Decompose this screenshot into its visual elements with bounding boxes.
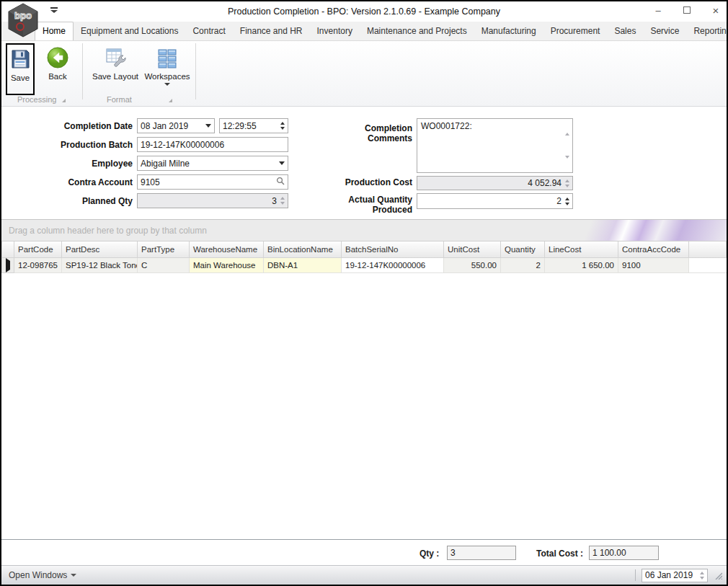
table-row[interactable]: 12-098765 SP19-12 Black Toner C Main War… [2, 257, 727, 272]
status-bar: Open Windows 06 Jan 2019 [1, 565, 727, 585]
tab-reporting[interactable]: Reporting [686, 22, 728, 40]
parts-table: PartCode PartDesc PartType WarehouseName… [1, 241, 727, 273]
maximize-icon [683, 6, 691, 14]
current-row-arrow-icon [6, 258, 10, 272]
menu-bar: Home Equipment and Locations Contract Fi… [1, 22, 727, 41]
col-unitcost[interactable]: UnitCost [444, 241, 501, 257]
employee-dropdown-icon[interactable] [279, 161, 285, 165]
statusbar-date-input[interactable]: 06 Jan 2019 [642, 569, 708, 582]
save-layout-icon [104, 46, 127, 69]
ribbon-group-separator [82, 43, 83, 99]
actual-quantity-label: Actual Quantity Produced [319, 195, 412, 215]
svg-text:bpo: bpo [14, 10, 32, 21]
production-batch-input[interactable]: 19-12-147K00000006 [137, 137, 288, 152]
open-windows-dropdown[interactable]: Open Windows [1, 570, 76, 580]
completion-comments-label: Completion Comments [319, 123, 412, 143]
bpo-logo: bpo [6, 3, 40, 37]
cell-batchserialno[interactable]: 19-12-147K00000006 [342, 257, 444, 272]
workspaces-button[interactable]: Workspaces [143, 43, 192, 94]
group-by-hint: Drag a column header here to group by th… [9, 226, 207, 236]
production-cost-input: 4 052.94 [417, 176, 573, 190]
save-layout-button[interactable]: Save Layout [91, 43, 140, 94]
group-processing-label: Processing [17, 95, 56, 104]
tab-inventory[interactable]: Inventory [310, 22, 360, 40]
close-button[interactable]: × [711, 6, 721, 16]
production-cost-spinner [561, 179, 569, 187]
tab-finance-and-hr[interactable]: Finance and HR [233, 22, 310, 40]
total-cost-field: 1 100.00 [589, 546, 659, 560]
completion-date-input[interactable]: 08 Jan 2019 [137, 118, 215, 133]
cell-filler [689, 257, 727, 272]
minimize-button[interactable]: – [653, 6, 663, 16]
ribbon-buttons: Save Back [1, 43, 198, 94]
completion-time-input[interactable]: 12:29:55 [219, 118, 288, 133]
production-batch-label: Production Batch [16, 140, 133, 150]
back-label: Back [48, 72, 67, 81]
total-cost-label: Total Cost : [536, 549, 583, 559]
col-parttype[interactable]: PartType [138, 241, 190, 257]
tab-contract[interactable]: Contract [185, 22, 232, 40]
actual-quantity-spinner[interactable] [561, 197, 569, 205]
cell-quantity[interactable]: 2 [501, 257, 545, 272]
completion-date-dropdown-icon[interactable] [205, 124, 211, 128]
processing-dialog-launcher-icon[interactable] [62, 99, 66, 102]
tab-equipment-and-locations[interactable]: Equipment and Locations [74, 22, 185, 40]
contra-account-value: 9105 [141, 177, 276, 187]
col-batchserialno[interactable]: BatchSerialNo [342, 241, 444, 257]
maximize-button[interactable] [682, 6, 692, 16]
save-layout-label: Save Layout [92, 72, 138, 81]
tab-sales[interactable]: Sales [607, 22, 643, 40]
completion-time-spinner[interactable] [277, 122, 285, 130]
actual-quantity-input[interactable]: 2 [417, 193, 573, 209]
cell-partdesc[interactable]: SP19-12 Black Toner [62, 257, 138, 272]
open-windows-label: Open Windows [9, 570, 67, 580]
tab-service[interactable]: Service [643, 22, 686, 40]
resize-grip[interactable] [714, 571, 722, 580]
tab-procurement[interactable]: Procurement [543, 22, 608, 40]
back-icon [46, 46, 69, 69]
search-icon[interactable] [276, 177, 285, 187]
col-binlocationname[interactable]: BinLocationName [264, 241, 342, 257]
production-cost-label: Production Cost [319, 177, 412, 187]
app-window: Production Completion - BPO: Version 2.1… [0, 0, 728, 586]
cell-partcode[interactable]: 12-098765 [14, 257, 62, 272]
cell-parttype[interactable]: C [138, 257, 190, 272]
col-linecost[interactable]: LineCost [545, 241, 618, 257]
planned-qty-value: 3 [141, 196, 277, 206]
col-partdesc[interactable]: PartDesc [62, 241, 138, 257]
comments-scroll-down-icon[interactable] [565, 159, 569, 169]
bpo-logo-icon: bpo [6, 3, 40, 37]
statusbar-date-value: 06 Jan 2019 [645, 570, 696, 580]
cell-warehousename[interactable]: Main Warehouse [190, 257, 264, 272]
cell-binlocationname[interactable]: DBN-A1 [264, 257, 342, 272]
cell-linecost[interactable]: 1 650.00 [545, 257, 618, 272]
contra-account-label: Contra Account [16, 177, 133, 187]
col-warehousename[interactable]: WarehouseName [190, 241, 264, 257]
format-dialog-launcher-icon[interactable] [169, 99, 172, 102]
tab-manufacturing[interactable]: Manufacturing [474, 22, 543, 40]
ribbon-group-separator [195, 43, 196, 99]
col-contraacccode[interactable]: ContraAccCode [618, 241, 689, 257]
employee-value: Abigail Milne [141, 159, 276, 169]
planned-qty-label: Planned Qty [16, 196, 133, 206]
back-button[interactable]: Back [42, 43, 74, 94]
actual-quantity-value: 2 [420, 196, 561, 206]
employee-select[interactable]: Abigail Milne [137, 156, 288, 171]
tab-maintenance-and-projects[interactable]: Maintenance and Projects [360, 22, 474, 40]
save-button[interactable]: Save [6, 43, 35, 95]
contra-account-input[interactable]: 9105 [137, 174, 288, 190]
statusbar-date-spinner[interactable] [696, 572, 704, 580]
tab-home[interactable]: Home [35, 22, 74, 40]
cell-unitcost[interactable]: 550.00 [444, 257, 501, 272]
completion-comments-textarea[interactable]: WO0001722: [417, 118, 573, 173]
cell-contraacccode[interactable]: 9100 [618, 257, 689, 272]
col-partcode[interactable]: PartCode [14, 241, 62, 257]
ribbon-group-captions: Processing Format [1, 95, 218, 105]
row-indicator [2, 257, 14, 272]
group-by-panel[interactable]: Drag a column header here to group by th… [1, 220, 727, 241]
planned-qty-spinner [277, 197, 285, 205]
row-indicator-header [2, 241, 14, 257]
completion-time-value: 12:29:55 [223, 121, 277, 131]
col-quantity[interactable]: Quantity [501, 241, 545, 257]
comments-scroll-up-icon[interactable] [565, 123, 569, 133]
